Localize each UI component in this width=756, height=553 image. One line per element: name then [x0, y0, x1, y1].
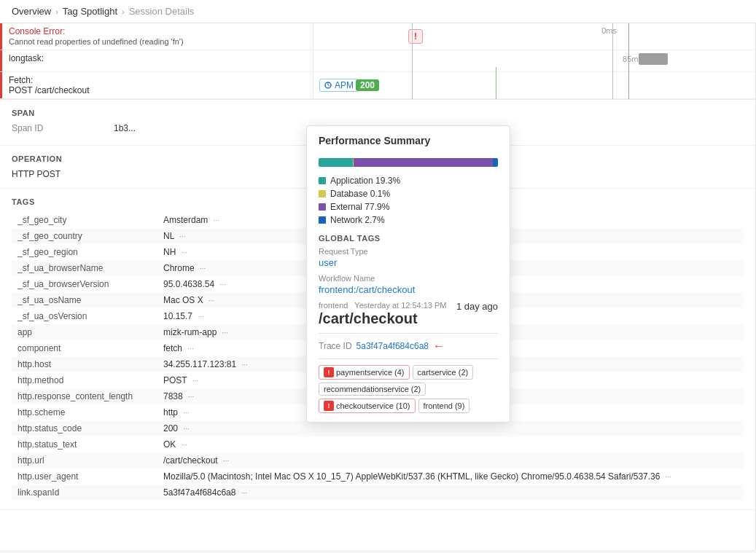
service-tag-name: checkoutservice (10): [336, 401, 410, 410]
legend-dot: [319, 177, 326, 184]
table-row: http.user_agent Mozilla/5.0 (Macintosh; …: [12, 468, 744, 485]
tag-dots: ···: [183, 409, 189, 417]
perf-bar-segment: [319, 158, 353, 167]
tag-key: app: [12, 324, 157, 340]
performance-popup: Performance Summary Application 19.3% Da…: [306, 125, 510, 423]
legend-dot: [319, 190, 326, 197]
global-tags-title: Global Tags: [319, 234, 498, 243]
breadcrumb-sep-1: ›: [55, 7, 58, 16]
apm-link[interactable]: APM: [319, 79, 359, 92]
request-type-label: Request Type: [319, 247, 498, 256]
legend-dot: [319, 203, 326, 211]
popup-body: Application 19.3% Database 0.1% External…: [307, 152, 510, 422]
tag-dots: ···: [182, 441, 187, 449]
trace-arrow-icon: ←: [433, 340, 445, 353]
legend-item: Network 2.7%: [319, 215, 498, 225]
session-left: frontend Yesterday at 12:54:13 PM /cart/…: [319, 301, 447, 327]
trace-id-label: Trace ID: [319, 341, 352, 351]
session-path: /cart/checkout: [319, 310, 447, 327]
tag-dots: ···: [223, 457, 229, 465]
apm-label: APM: [335, 80, 354, 90]
tag-key: _sf_geo_country: [12, 228, 157, 244]
breadcrumb-overview[interactable]: Overview: [12, 6, 51, 17]
tag-key: link.spanId: [12, 485, 157, 501]
service-tags: ! paymentservice (4)cartservice (2)recom…: [319, 365, 498, 413]
popup-title: Performance Summary: [319, 135, 498, 146]
fetch-url: POST /cart/checkout: [9, 85, 90, 95]
tag-key: http.response_content_length: [12, 388, 157, 404]
workflow-name-value[interactable]: frontend:/cart/checkout: [319, 284, 498, 295]
perf-bar: [319, 158, 498, 167]
service-tag[interactable]: frontend (9): [418, 399, 470, 413]
service-error-icon: !: [324, 401, 334, 411]
timeline-bar-longtask: 85ms: [313, 50, 755, 71]
tag-dots: ···: [198, 313, 203, 321]
session-service: frontend: [319, 301, 348, 310]
timeline-0ms: 0ms: [601, 26, 617, 35]
tag-key: http.status_text: [12, 436, 157, 452]
span-title: SPAN: [12, 109, 744, 117]
service-tag[interactable]: cartservice (2): [413, 365, 474, 380]
table-row: http.url /cart/checkout ···: [12, 452, 744, 468]
error-icon: !: [408, 29, 423, 44]
tag-dots: ···: [241, 361, 247, 369]
tag-dots: ···: [666, 473, 671, 481]
tag-dots: ···: [183, 425, 189, 433]
fetch-label: Fetch:: [9, 75, 33, 85]
tag-key: http.url: [12, 452, 157, 468]
table-row: http.status_text OK ···: [12, 436, 744, 452]
breadcrumb-session-details: Session Details: [129, 6, 195, 17]
tag-key: _sf_ua_osVersion: [12, 308, 157, 324]
legend-label: Application 19.3%: [330, 176, 400, 186]
perf-bar-segment: [354, 158, 494, 167]
legend-label: Database 0.1%: [330, 189, 390, 199]
legend-item: External 77.9%: [319, 202, 498, 212]
breadcrumb-tag-spotlight[interactable]: Tag Spotlight: [63, 6, 117, 17]
legend-label: External 77.9%: [330, 202, 389, 212]
tag-value: 5a3f47a4f684c6a8 ···: [157, 485, 744, 501]
tag-dots: ···: [182, 248, 187, 256]
service-error-icon: !: [324, 367, 334, 377]
service-tag-name: frontend (9): [424, 401, 465, 410]
session-info: frontend Yesterday at 12:54:13 PM /cart/…: [319, 301, 498, 327]
legend-dot: [319, 216, 326, 224]
tag-dots: ···: [241, 489, 247, 497]
session-ago: 1 day ago: [456, 301, 498, 312]
service-tag[interactable]: ! paymentservice (4): [319, 365, 410, 380]
tag-dots: ···: [188, 393, 194, 401]
breadcrumb: Overview › Tag Spotlight › Session Detai…: [0, 0, 756, 23]
service-tag[interactable]: ! checkoutservice (10): [319, 399, 416, 413]
tag-value: /cart/checkout ···: [157, 452, 744, 468]
table-row: http.status_code 200 ···: [12, 420, 744, 436]
tag-key: _sf_geo_city: [12, 212, 157, 228]
tag-key: _sf_ua_browserVersion: [12, 276, 157, 292]
status-200-badge: 200: [356, 79, 379, 91]
longtask-label: longtask:: [9, 53, 44, 63]
console-error-label: Console Error:: [9, 26, 65, 36]
legend-item: Application 19.3%: [319, 176, 498, 186]
tag-dots: ···: [222, 329, 228, 337]
trace-id-value[interactable]: 5a3f47a4f684c6a8: [356, 341, 429, 351]
left-panel: Console Error: Cannot read properties of…: [0, 23, 756, 550]
timeline-row-longtask: longtask: 85ms: [0, 50, 755, 72]
tag-value: Mozilla/5.0 (Macintosh; Intel Mac OS X 1…: [157, 468, 744, 485]
timeline-row-error: Console Error: Cannot read properties of…: [0, 23, 755, 50]
tag-key: http.scheme: [12, 404, 157, 420]
main-container: Console Error: Cannot read properties of…: [0, 23, 756, 550]
popup-divider: [319, 333, 498, 334]
service-tag-name: recommendationservice (2): [324, 385, 421, 393]
timeline-row-fetch: Fetch: POST /cart/checkout APM 200: [0, 72, 755, 99]
session-date: Yesterday at 12:54:13 PM: [354, 301, 446, 310]
tag-dots: ···: [219, 281, 225, 289]
service-tag[interactable]: recommendationservice (2): [319, 383, 426, 396]
console-error-detail: Cannot read properties of undefined (rea…: [9, 37, 184, 46]
popup-divider-2: [319, 358, 498, 359]
request-type-value[interactable]: user: [319, 257, 498, 268]
breadcrumb-sep-2: ›: [122, 7, 125, 16]
timeline-bar-error: ! 0ms: [313, 23, 755, 50]
service-tag-name: cartservice (2): [418, 368, 469, 377]
tag-dots: ···: [187, 345, 193, 353]
tag-dots: ···: [192, 377, 198, 385]
trace-id-row: Trace ID 5a3f47a4f684c6a8 ←: [319, 340, 498, 353]
tag-key: component: [12, 340, 157, 356]
